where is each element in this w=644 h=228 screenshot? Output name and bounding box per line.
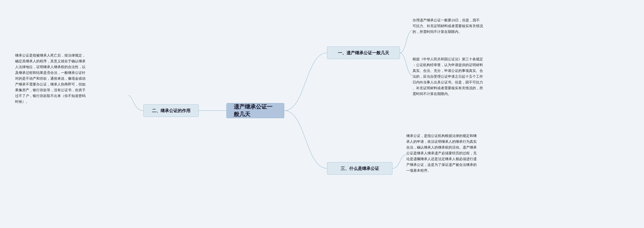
right-text-3: 继承公证，是指公证机构根据法律的规定和继 承人的申请，依法证明继承人的继承行为真… [406,133,477,174]
connector-lines [0,0,644,228]
branch-node-1: 一、遗产继承公证一般几天 [327,47,400,59]
right-text-1: 办理遗产继承公证一般要15日，但是，因不 可抗力、补充证明材料或者需要核实有关情… [413,18,483,35]
mind-map-container: 遗产继承公证一般几天 一、遗产继承公证一般几天 二、继承公证的作用 三、什么是继… [0,0,644,228]
left-text-block: 继承公证是指被继承人死亡后，按法律规定， 确定其继承人的程序，其意义就在于确认继… [15,53,86,105]
central-node: 遗产继承公证一般几天 [226,103,284,118]
right-text-2: 根据《中华人民共和国公证法》第三十条规定 ：公证机构经审查，认为申请提供的证明材… [413,57,483,97]
branch-node-2: 二、继承公证的作用 [143,104,199,117]
branch-node-3: 三、什么是继承公证 [327,162,392,175]
